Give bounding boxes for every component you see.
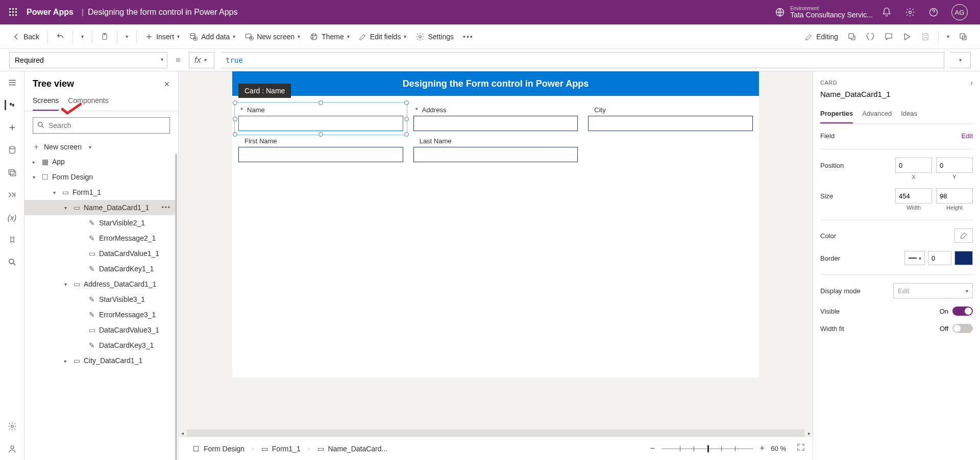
theme-button[interactable]: Theme ▾ [306,30,353,43]
notifications-icon[interactable] [881,7,892,18]
svg-point-18 [311,34,317,40]
tree-item-app[interactable]: ▸▦App [24,154,175,169]
tree-search-input[interactable] [33,117,170,134]
tree-item-star3[interactable]: ✎StarVisible3_1 [24,292,175,307]
new-screen-button[interactable]: New screen ▾ [241,30,303,43]
tree-item-form-design[interactable]: ▾☐Form Design [24,169,175,185]
settings-icon[interactable] [904,7,916,18]
field-address[interactable]: *Address [413,106,578,131]
waffle-icon[interactable] [6,5,20,19]
share-button[interactable] [844,30,860,43]
user-avatar[interactable]: AG [951,4,968,20]
more-button[interactable]: ••• [460,31,477,43]
props-tab-ideas[interactable]: Ideas [901,108,917,123]
display-mode-select[interactable]: Edit▾ [893,283,973,298]
tree-item-form1[interactable]: ▾▭Form1_1 [24,185,175,200]
first-name-input[interactable] [238,147,403,162]
tree-item-key1[interactable]: ✎DataCardKey1_1 [24,261,175,276]
props-tab-advanced[interactable]: Advanced [862,108,892,123]
more-icon[interactable]: ••• [161,204,171,211]
zoom-in-button[interactable]: + [760,443,765,454]
rail-tools-icon[interactable] [7,235,17,245]
editing-mode-button[interactable]: Editing [802,31,841,43]
breadcrumb-form1[interactable]: ▭Form1_1 [254,437,308,460]
size-width-input[interactable] [895,188,932,203]
border-width-input[interactable] [928,251,951,265]
checker-button[interactable] [863,30,878,43]
address-input[interactable] [413,116,578,131]
tree-item-addr-card[interactable]: ▾▭Address_DataCard1_1 [24,276,175,292]
props-tab-properties[interactable]: Properties [820,108,853,123]
insert-button[interactable]: Insert ▾ [142,31,183,43]
publish-button[interactable] [955,30,971,43]
name-input[interactable] [238,116,403,131]
edit-fields-button[interactable]: Edit fields ▾ [356,31,410,43]
field-first-name[interactable]: First Name [238,137,403,162]
env-name: Tata Consultancy Servic... [790,11,873,19]
canvas-hscroll[interactable]: ◂▸ [179,429,813,437]
width-fit-toggle[interactable] [952,324,973,333]
rail-tree-icon[interactable] [5,100,15,110]
last-name-input[interactable] [413,147,578,162]
visible-toggle[interactable] [952,306,973,316]
props-collapse-button[interactable]: › [970,79,973,87]
help-icon[interactable] [928,7,939,18]
tree-item-name-card[interactable]: ▾▭Name_DataCard1_1••• [24,200,175,215]
field-city[interactable]: City [588,106,753,131]
breadcrumb-form-design[interactable]: ☐Form Design [186,437,252,460]
rail-hamburger-icon[interactable] [7,78,17,88]
rail-media-icon[interactable] [7,167,17,177]
undo-dropdown[interactable]: ▾ [78,32,87,41]
size-height-input[interactable] [936,188,973,203]
tree-item-key3[interactable]: ✎DataCardKey3_1 [24,338,175,353]
tree-item-err2[interactable]: ✎ErrorMessage2_1 [24,231,175,246]
zoom-out-button[interactable]: − [650,443,655,454]
position-y-input[interactable] [936,158,973,173]
canvas[interactable]: Designing the Form control in Power Apps… [232,71,759,377]
environment-picker[interactable]: Environment Tata Consultancy Servic... [775,6,873,19]
fit-button[interactable] [796,443,805,454]
tab-screens[interactable]: Screens [33,93,59,111]
position-x-input[interactable] [895,158,932,173]
tree-item-star2[interactable]: ✎StarVisible2_1 [24,215,175,231]
tree-item-err3[interactable]: ✎ErrorMessage3_1 [24,307,175,322]
field-name[interactable]: Card : Name *Name [238,106,403,131]
paste-button[interactable] [97,31,112,43]
border-style-select[interactable]: ▾ [904,251,925,265]
formula-expand-button[interactable]: ▾ [950,52,971,68]
new-screen-tree-button[interactable]: New screen ▾ [24,140,178,154]
tab-components[interactable]: Components [68,93,108,111]
add-data-button[interactable]: Add data ▾ [186,30,238,43]
rail-data-icon[interactable] [7,145,17,155]
rail-variables-icon[interactable]: (x) [7,212,17,222]
preview-button[interactable] [899,30,915,43]
border-color-picker[interactable] [954,251,973,265]
tree-item-val3[interactable]: ▭DataCardValue3_1 [24,322,175,338]
color-picker[interactable] [954,228,973,243]
back-button[interactable]: Back [9,31,42,43]
city-input[interactable] [588,116,753,131]
tree-item-city-card[interactable]: ▸▭City_DataCard1_1 [24,353,175,368]
rail-search-icon[interactable] [7,257,17,267]
rail-virtual-agent-icon[interactable] [7,444,17,454]
fx-button[interactable]: fx▾ [189,52,214,68]
breadcrumb-name-card[interactable]: ▭Name_DataCard... [310,437,395,460]
settings-button[interactable]: Settings [412,30,457,43]
comments-button[interactable] [881,30,896,43]
save-dropdown[interactable]: ▾ [944,32,952,41]
search-icon [37,121,45,129]
property-selector[interactable]: ▾ [9,52,167,68]
undo-button[interactable] [53,31,67,43]
paste-dropdown[interactable]: ▾ [122,32,131,41]
field-last-name[interactable]: Last Name [413,137,578,162]
rail-flows-icon[interactable] [7,190,17,200]
tree-item-val1[interactable]: ▭DataCardValue1_1 [24,246,175,261]
rail-settings-icon[interactable] [7,421,17,431]
save-button[interactable] [918,30,933,43]
zoom-slider[interactable] [662,448,753,449]
formula-input[interactable] [220,52,944,68]
tree-close-button[interactable]: ✕ [164,80,170,88]
prop-field-edit[interactable]: Edit [962,132,973,140]
rail-insert-icon[interactable] [7,122,17,133]
tree-search[interactable] [33,117,170,134]
